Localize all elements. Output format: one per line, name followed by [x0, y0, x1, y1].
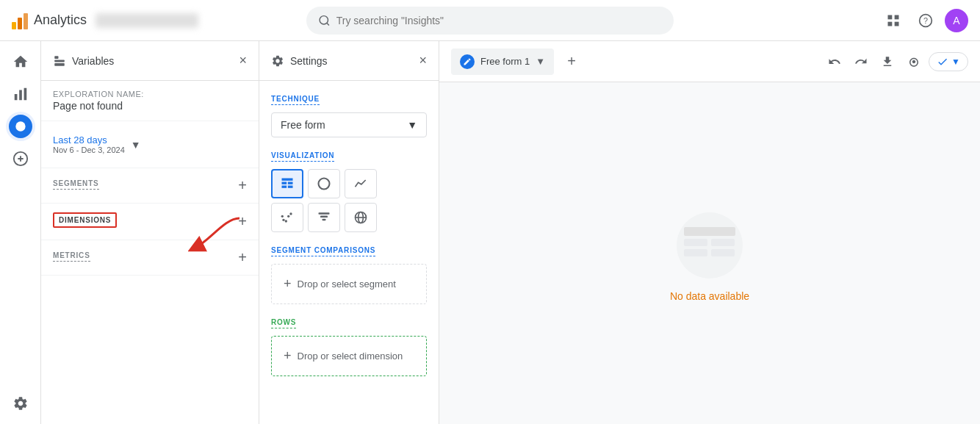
svg-rect-2 [888, 15, 893, 19]
variables-icon [53, 54, 66, 68]
svg-rect-20 [288, 186, 293, 188]
technique-dropdown[interactable]: Free form ▼ [271, 112, 427, 137]
undo-button[interactable] [823, 50, 846, 73]
svg-point-0 [320, 15, 328, 24]
tab-free-form-1[interactable]: Free form 1 ▼ [451, 48, 554, 75]
svg-point-22 [322, 182, 327, 187]
variables-header: Variables × [41, 41, 259, 81]
save-button[interactable]: ▼ [929, 52, 968, 71]
bar-chart-icon [12, 86, 29, 102]
svg-rect-37 [711, 239, 735, 246]
nav-reports[interactable] [6, 79, 35, 109]
help-icon: ? [918, 13, 933, 28]
metrics-row: METRICS + [53, 249, 247, 266]
share-icon [907, 55, 920, 68]
grid-icon [886, 13, 901, 28]
exploration-name-value: Page not found [53, 100, 247, 112]
nav-advertising[interactable] [6, 144, 35, 173]
svg-rect-18 [288, 182, 293, 184]
download-button[interactable] [876, 50, 899, 73]
visualization-section: VISUALIZATION [259, 149, 439, 244]
svg-rect-29 [320, 216, 328, 218]
exploration-name-section: EXPLORATION NAME: Page not found [41, 81, 259, 121]
viz-line-button[interactable] [345, 169, 377, 198]
drop-dimension-zone[interactable]: + Drop or select dimension [271, 336, 427, 376]
segments-add-button[interactable]: + [238, 177, 247, 194]
segment-comparisons-section: SEGMENT COMPARISONS + Drop or select seg… [259, 244, 439, 316]
home-icon [12, 54, 29, 70]
settings-gear-icon [271, 54, 284, 68]
save-dropdown-arrow: ▼ [951, 57, 960, 67]
dimensions-section: DIMENSIONS + [41, 204, 259, 240]
segments-label: SEGMENTS [53, 179, 99, 190]
tab-dropdown-arrow[interactable]: ▼ [536, 56, 545, 67]
dimensions-add-button[interactable]: + [238, 213, 247, 230]
viz-scatter-button[interactable] [271, 203, 303, 232]
search-icon [318, 14, 331, 27]
svg-rect-38 [684, 249, 707, 256]
metrics-add-button[interactable]: + [238, 249, 247, 266]
scatter-icon [280, 210, 295, 225]
variables-close-button[interactable]: × [239, 53, 247, 68]
help-icon-button[interactable]: ? [912, 7, 939, 34]
checkmark-icon [937, 56, 948, 68]
avatar[interactable]: A [945, 9, 968, 32]
chevron-down-icon: ▼ [131, 139, 141, 151]
tab-icon [460, 54, 475, 69]
svg-rect-5 [895, 21, 899, 26]
viz-donut-button[interactable] [308, 169, 340, 198]
settings-icon [12, 395, 29, 412]
content-tabs: Free form 1 ▼ + ▼ [439, 41, 980, 82]
svg-rect-14 [54, 60, 65, 62]
redo-button[interactable] [849, 50, 873, 73]
settings-title-row: Settings [271, 54, 328, 68]
rows-label: ROWS [271, 318, 296, 328]
svg-rect-17 [282, 182, 287, 184]
svg-point-25 [285, 220, 287, 222]
viz-table-button[interactable] [271, 169, 303, 198]
nav-home[interactable] [6, 47, 35, 76]
drop-dimension-label: Drop or select dimension [298, 351, 403, 362]
date-range-sub: Nov 6 - Dec 3, 2024 [53, 145, 125, 154]
nav-explore[interactable] [6, 112, 35, 141]
date-range-button[interactable]: Last 28 days Nov 6 - Dec 3, 2024 ▼ [53, 130, 247, 159]
svg-rect-13 [54, 56, 58, 59]
no-data-area: No data available [439, 82, 980, 424]
settings-title-label: Settings [290, 55, 328, 67]
viz-globe-button[interactable] [345, 203, 377, 232]
logo-icon [12, 12, 28, 29]
settings-header: Settings × [259, 41, 439, 81]
svg-point-27 [281, 215, 284, 218]
grid-icon-button[interactable] [880, 7, 907, 34]
svg-point-26 [289, 212, 292, 215]
metrics-section: METRICS + [41, 240, 259, 276]
no-data-illustration [666, 205, 754, 279]
table-icon [280, 176, 295, 191]
settings-close-button[interactable]: × [419, 53, 427, 68]
settings-panel: Settings × TECHNIQUE Free form ▼ VISUALI… [259, 41, 439, 424]
search-bar[interactable] [306, 7, 674, 35]
topbar-right: ? A [880, 7, 968, 34]
segments-section: SEGMENTS + [41, 168, 259, 204]
drop-segment-plus: + [284, 276, 292, 292]
dimensions-row: DIMENSIONS + [53, 212, 247, 231]
download-icon [881, 55, 894, 68]
add-tab-button[interactable]: + [560, 50, 583, 73]
svg-point-11 [15, 121, 25, 131]
visualization-label: VISUALIZATION [271, 151, 334, 162]
segment-comparisons-label: SEGMENT COMPARISONS [271, 246, 375, 256]
logo: Analytics [12, 12, 87, 29]
topbar: Analytics ? A [0, 0, 980, 41]
nav-settings[interactable] [6, 389, 35, 418]
share-button[interactable] [902, 50, 926, 73]
main-content: Free form 1 ▼ + ▼ [439, 41, 980, 424]
drop-segment-zone[interactable]: + Drop or select segment [271, 264, 427, 304]
viz-funnel-button[interactable] [308, 203, 340, 232]
exploration-name-label: EXPLORATION NAME: [53, 90, 247, 98]
search-input[interactable] [336, 15, 662, 26]
app-title: Analytics [34, 12, 87, 28]
svg-line-1 [327, 23, 329, 25]
svg-rect-10 [24, 88, 26, 101]
technique-section: TECHNIQUE Free form ▼ [259, 81, 439, 149]
metrics-label: METRICS [53, 251, 90, 262]
